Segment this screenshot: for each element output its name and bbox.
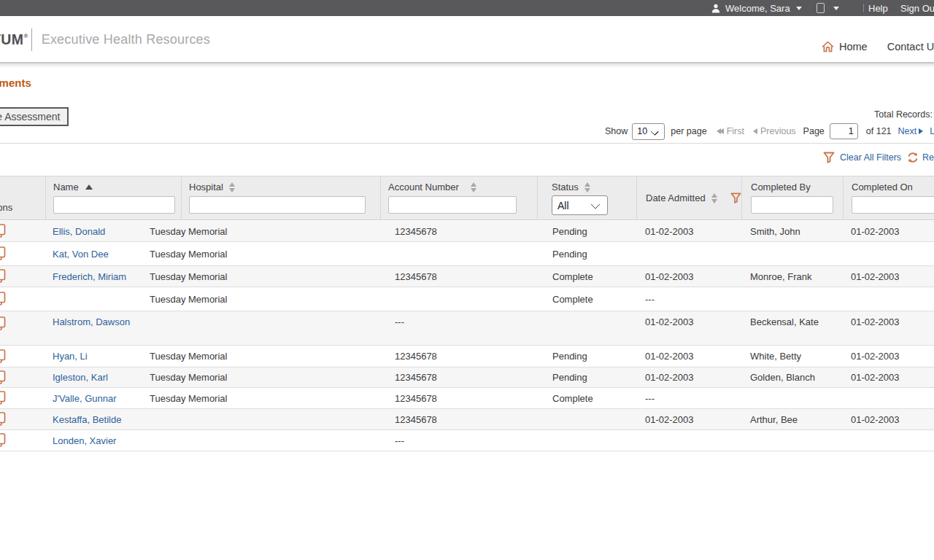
cell-name: Igleston, Karl bbox=[45, 372, 150, 383]
assessment-document-icon[interactable] bbox=[0, 391, 6, 405]
topbar-divider bbox=[863, 4, 864, 12]
cell-completed_by: Arthur, Bee bbox=[741, 414, 843, 425]
cell-name: Londen, Xavier bbox=[45, 435, 150, 446]
row-actions-cell bbox=[0, 221, 45, 241]
user-menu[interactable]: Welcome, Sara bbox=[711, 0, 802, 16]
cell-status: Pending bbox=[537, 351, 636, 362]
app-icon bbox=[817, 3, 825, 13]
sign-out-label: Sign Out bbox=[900, 3, 934, 14]
sort-icon[interactable] bbox=[584, 182, 590, 192]
cell-completed_on: 01-02-2003 bbox=[843, 271, 934, 282]
sort-ascending-icon[interactable] bbox=[85, 184, 93, 190]
cell-date_admitted: 01-02-2003 bbox=[636, 271, 741, 282]
cell-name: Halstrom, Dawson bbox=[45, 311, 150, 327]
nav-home[interactable]: Home bbox=[822, 41, 868, 52]
cell-status: Complete bbox=[537, 271, 636, 282]
per-page-label: per page bbox=[671, 126, 706, 136]
cell-name: J'Valle, Gunnar bbox=[45, 393, 150, 404]
filter-input-completed_on[interactable] bbox=[852, 196, 934, 214]
column-label[interactable]: Hospital bbox=[189, 182, 223, 192]
column-header-action: Actions bbox=[0, 176, 45, 219]
table-row: Hyan, LiTuesday Memorial12345678Pending0… bbox=[0, 346, 934, 368]
patient-name-link[interactable]: Kestaffa, Betilde bbox=[53, 414, 121, 425]
app-caret-icon bbox=[833, 7, 839, 10]
row-actions-cell bbox=[0, 287, 45, 311]
column-header-completed_by: Completed By bbox=[741, 176, 843, 219]
cell-status: Complete bbox=[537, 294, 636, 305]
table-row: Igleston, KarlTuesday Memorial12345678Pe… bbox=[0, 368, 934, 388]
assessment-document-icon[interactable] bbox=[0, 269, 6, 284]
page-canvas: Welcome, Sara Help Sign Out OPTUM® Execu… bbox=[0, 0, 934, 560]
table-body: Ellis, DonaldTuesday Memorial12345678Pen… bbox=[0, 221, 934, 451]
next-page-button[interactable]: Next bbox=[898, 126, 924, 136]
table-header: ActionsNameHospitalAccount NumberStatusA… bbox=[0, 176, 934, 220]
sort-icon[interactable] bbox=[471, 182, 476, 192]
column-label[interactable]: Status bbox=[552, 182, 579, 192]
filter-input-account_number[interactable] bbox=[388, 196, 517, 214]
column-header-hospital: Hospital bbox=[181, 176, 380, 219]
app-switcher[interactable] bbox=[817, 0, 839, 16]
cell-date_admitted: 01-02-2003 bbox=[636, 414, 741, 425]
patient-name-link[interactable]: Hyan, Li bbox=[53, 351, 88, 362]
row-actions-cell bbox=[0, 346, 45, 367]
create-assessment-button[interactable]: Create Assessment bbox=[0, 107, 69, 126]
column-label[interactable]: Date Admitted bbox=[646, 192, 706, 203]
column-label: Completed By bbox=[751, 182, 811, 192]
site-nav: Home Contact Us bbox=[822, 39, 934, 55]
row-actions-cell bbox=[0, 368, 45, 387]
assessment-document-icon[interactable] bbox=[0, 246, 6, 261]
assessment-document-icon[interactable] bbox=[0, 412, 6, 427]
cell-completed_on: 01-02-2003 bbox=[843, 226, 934, 237]
patient-name-link[interactable]: Halstrom, Dawson bbox=[53, 316, 130, 327]
last-page-button[interactable]: Last bbox=[930, 126, 934, 136]
row-actions-cell bbox=[0, 388, 45, 408]
patient-name-link[interactable]: Londen, Xavier bbox=[53, 435, 116, 446]
patient-name-link[interactable]: J'Valle, Gunnar bbox=[53, 393, 117, 404]
help-link[interactable]: Help bbox=[868, 0, 888, 16]
patient-name-link[interactable]: Frederich, Miriam bbox=[53, 271, 126, 282]
cell-date_admitted: 01-02-2003 bbox=[636, 351, 741, 362]
cell-completed_on: 01-02-2003 bbox=[843, 372, 934, 383]
sort-icon[interactable] bbox=[711, 193, 717, 203]
patient-name-link[interactable]: Kat, Von Dee bbox=[53, 249, 109, 260]
row-actions-cell bbox=[0, 409, 45, 429]
row-actions-cell bbox=[0, 242, 45, 265]
cell-account_number: --- bbox=[380, 435, 537, 446]
assessment-document-icon[interactable] bbox=[0, 224, 6, 238]
logo-divider bbox=[31, 28, 32, 51]
cell-date_admitted: 01-02-2003 bbox=[636, 372, 741, 383]
assessment-document-icon[interactable] bbox=[0, 370, 6, 385]
welcome-label: Welcome, Sara bbox=[725, 3, 790, 14]
first-page-button[interactable]: First bbox=[717, 126, 744, 136]
patient-name-link[interactable]: Igleston, Karl bbox=[53, 372, 108, 383]
clear-all-filters-link[interactable]: Clear All Filters bbox=[840, 152, 901, 163]
nav-contact-us[interactable]: Contact Us bbox=[887, 41, 934, 52]
page-size-select[interactable]: 10 bbox=[632, 123, 665, 140]
patient-name-link[interactable]: Ellis, Donald bbox=[53, 226, 105, 237]
cell-status bbox=[537, 311, 636, 316]
column-label[interactable]: Name bbox=[53, 182, 79, 192]
sort-icon[interactable] bbox=[229, 182, 235, 192]
refresh-link[interactable]: Refresh bbox=[922, 152, 934, 163]
cell-status: Complete bbox=[537, 393, 636, 404]
section-divider bbox=[0, 143, 934, 144]
filter-input-completed_by[interactable] bbox=[751, 196, 833, 214]
filter-input-name[interactable] bbox=[53, 196, 175, 214]
column-header-date_admitted: Date Admitted bbox=[636, 176, 741, 219]
status-filter-select[interactable]: All bbox=[552, 195, 608, 215]
filter-input-hospital[interactable] bbox=[189, 196, 366, 214]
assessment-document-icon[interactable] bbox=[0, 433, 6, 448]
column-label: Completed On bbox=[852, 182, 913, 192]
cell-completed_on: 01-02-2003 bbox=[843, 414, 934, 425]
column-label[interactable]: Account Number bbox=[388, 182, 459, 192]
table-row: Halstrom, Dawson---01-02-2003Beckensal, … bbox=[0, 311, 934, 346]
user-icon bbox=[711, 4, 720, 13]
assessment-document-icon[interactable] bbox=[0, 316, 6, 331]
previous-page-button[interactable]: Previous bbox=[753, 126, 796, 136]
assessment-document-icon[interactable] bbox=[0, 349, 6, 364]
date-filter-funnel-icon[interactable] bbox=[730, 192, 741, 203]
assessment-document-icon[interactable] bbox=[0, 292, 6, 306]
page-number-input[interactable] bbox=[830, 123, 858, 139]
cell-date_admitted: 01-02-2003 bbox=[636, 226, 741, 237]
sign-out-link[interactable]: Sign Out bbox=[900, 0, 934, 16]
